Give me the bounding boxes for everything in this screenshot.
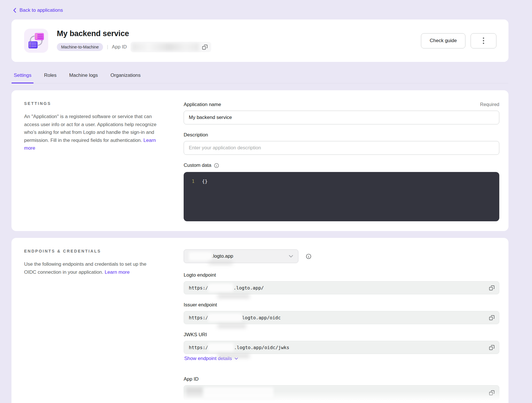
description-field: Description <box>184 132 499 155</box>
copy-jwks-uri-button[interactable] <box>488 344 495 351</box>
custom-data-info-icon[interactable] <box>214 163 219 168</box>
redacted-tenant-id <box>189 252 212 261</box>
custom-data-label: Custom data <box>184 163 211 168</box>
tenant-domain-row: .logto.app <box>184 249 499 263</box>
app-id-field: App ID <box>184 376 499 400</box>
jwks-uri-field: JWKS URI https:/.logto.app/oidc/jwks <box>184 332 499 354</box>
redaction-smudge <box>218 294 250 298</box>
copy-icon <box>489 315 495 321</box>
tab-machine-logs[interactable]: Machine logs <box>69 69 98 83</box>
issuer-endpoint-field: Issuer endpoint https:/logto.app/oidc <box>184 302 499 324</box>
endpoint-prefix: https:/ <box>189 285 208 291</box>
jwks-uri-label: JWKS URI <box>184 332 207 338</box>
custom-data-code-editor[interactable]: 1 {} <box>184 172 499 221</box>
tab-organizations[interactable]: Organizations <box>110 69 141 83</box>
redaction-smudge <box>209 261 233 265</box>
endpoint-suffix: .logto.app/oidc/jwks <box>234 345 289 350</box>
settings-section-description: An "Application" is a registered softwar… <box>24 113 159 152</box>
page-title: My backend service <box>57 29 211 38</box>
application-header-card: My backend service Machine-to-Machine | … <box>11 19 508 62</box>
copy-logto-endpoint-button[interactable] <box>488 284 495 292</box>
copy-icon <box>489 345 495 351</box>
domain-info-icon[interactable] <box>306 253 312 259</box>
endpoint-suffix: logto.app/oidc <box>242 315 281 320</box>
app-type-badge: Machine-to-Machine <box>57 43 103 51</box>
description-input[interactable] <box>184 141 499 155</box>
endpoint-prefix: https:/ <box>189 315 208 320</box>
meta-divider: | <box>107 44 108 50</box>
endpoints-section-description: Use the following endpoints and credenti… <box>24 260 159 276</box>
settings-section-heading: SETTINGS <box>24 101 159 106</box>
endpoints-learn-more-link[interactable]: Learn more <box>105 269 130 275</box>
app-id-label: App ID <box>112 44 127 50</box>
settings-description-text: An "Application" is a registered softwar… <box>24 114 156 143</box>
logto-endpoint-label: Logto endpoint <box>184 272 216 278</box>
endpoint-prefix: https:/ <box>189 345 208 350</box>
editor-content: {} <box>202 179 207 215</box>
kebab-menu-icon <box>483 37 484 44</box>
copy-icon <box>202 44 208 50</box>
copy-issuer-endpoint-button[interactable] <box>488 314 495 321</box>
tab-bar: Settings Roles Machine logs Organization… <box>11 69 508 83</box>
copy-app-id-button[interactable] <box>201 44 208 51</box>
application-details-page: Back to applications <box>0 0 508 403</box>
tab-settings[interactable]: Settings <box>14 69 31 83</box>
copy-icon <box>489 390 495 396</box>
machine-to-machine-app-icon <box>24 29 48 53</box>
redacted-app-id <box>132 43 199 51</box>
back-link-label: Back to applications <box>20 7 63 13</box>
app-id-value <box>184 385 499 400</box>
back-chevron-icon <box>13 7 16 13</box>
redacted-app-id <box>186 387 202 398</box>
application-name-input[interactable] <box>184 111 499 124</box>
redaction-smudge <box>218 324 246 328</box>
redaction-smudge <box>218 354 250 358</box>
required-tag: Required <box>480 102 499 107</box>
app-id-value-redacted <box>131 42 211 52</box>
issuer-endpoint-value: https:/logto.app/oidc <box>184 311 499 324</box>
application-name-label: Application name <box>184 102 221 107</box>
copy-app-id-field-button[interactable] <box>488 389 495 396</box>
chevron-down-icon <box>289 255 293 258</box>
endpoints-section-heading: ENDPOINTS & CREDENTIALS <box>24 249 159 253</box>
back-to-applications-link[interactable]: Back to applications <box>13 7 63 13</box>
editor-line-number: 1 <box>188 179 195 215</box>
redacted-app-id <box>204 387 273 398</box>
redacted-tenant-id <box>208 283 233 292</box>
redaction-smudge <box>204 400 275 403</box>
application-name-field: Application name Required <box>184 102 499 124</box>
settings-section-card: SETTINGS An "Application" is a registere… <box>11 90 508 231</box>
redacted-tenant-id <box>208 343 234 352</box>
jwks-uri-value: https:/.logto.app/oidc/jwks <box>184 341 499 354</box>
endpoints-section-card: ENDPOINTS & CREDENTIALS Use the followin… <box>11 238 508 403</box>
redacted-tenant-id <box>208 313 242 322</box>
more-actions-button[interactable] <box>471 33 496 48</box>
check-guide-button[interactable]: Check guide <box>421 33 465 48</box>
endpoint-suffix: .logto.app/ <box>233 285 264 291</box>
logto-endpoint-value: https:/.logto.app/ <box>184 281 499 294</box>
copy-icon <box>489 285 495 291</box>
custom-data-field: Custom data 1 {} <box>184 163 499 221</box>
description-label: Description <box>184 132 208 138</box>
tenant-domain-select[interactable]: .logto.app <box>184 249 298 263</box>
app-id-field-label: App ID <box>184 376 199 382</box>
tab-roles[interactable]: Roles <box>44 69 56 83</box>
issuer-endpoint-label: Issuer endpoint <box>184 302 217 308</box>
logto-endpoint-field: Logto endpoint https:/.logto.app/ <box>184 272 499 294</box>
tenant-domain-suffix: .logto.app <box>212 253 233 259</box>
